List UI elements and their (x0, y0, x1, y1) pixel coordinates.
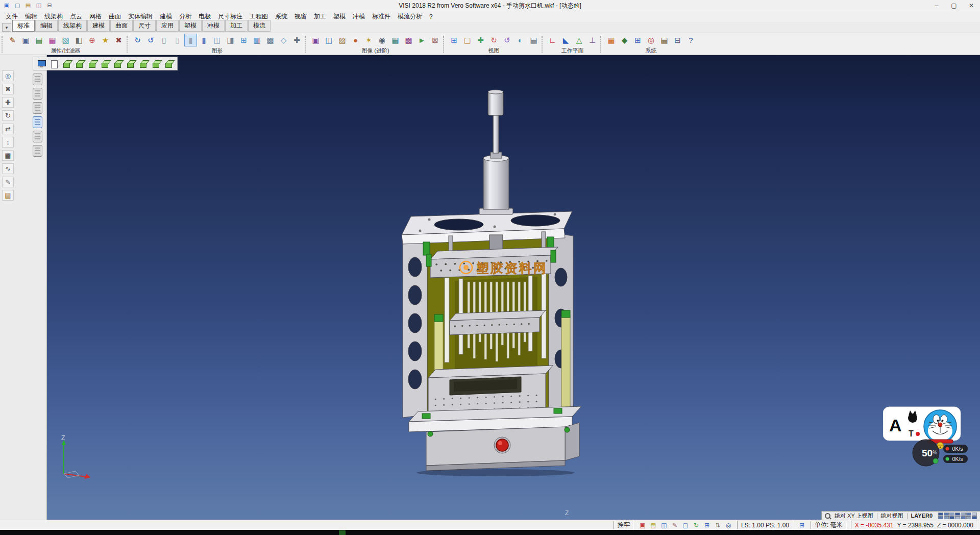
new-file-icon[interactable]: ▢ (13, 1, 22, 10)
layer-color-segment[interactable] (938, 516, 943, 519)
windows-taskbar-edge[interactable] (0, 530, 980, 535)
system-help-icon[interactable]: ? (684, 34, 697, 46)
dynamic-view-icon[interactable]: ◐ (514, 34, 527, 46)
delete-element-icon[interactable]: ✖ (2, 84, 14, 94)
tab[interactable]: 尺寸 (133, 20, 156, 32)
palette-icon[interactable]: ▤ (2, 190, 14, 201)
measure-icon[interactable]: ∿ (2, 163, 14, 174)
maximize-button[interactable]: ▢ (945, 0, 963, 11)
workplane-align-icon[interactable]: ◣ (559, 34, 572, 46)
shadow-mode-icon[interactable]: ▩ (264, 34, 277, 46)
menu-item[interactable]: 系统 (272, 11, 291, 22)
dynamic-iso-view-icon[interactable] (164, 59, 174, 69)
database-icon[interactable]: ▤ (658, 34, 671, 46)
view-lock-icon[interactable]: ◫ (659, 521, 669, 529)
calculator-icon[interactable]: ⊟ (671, 34, 684, 46)
tab[interactable]: 塑模 (179, 20, 202, 32)
type-filter-icon[interactable]: ▧ (59, 34, 72, 46)
layer-color-segment[interactable] (972, 513, 977, 516)
monitor-icon[interactable]: ▢ (681, 521, 690, 529)
speed-monitor-widget[interactable]: A T (883, 406, 970, 470)
minimize-button[interactable]: – (928, 0, 945, 11)
plane-grid-icon[interactable]: ⊞ (797, 521, 806, 529)
blank-view-icon[interactable] (49, 59, 59, 69)
screenshot-icon[interactable]: ⊠ (429, 34, 442, 46)
axonometric-view-icon[interactable] (151, 59, 161, 69)
zoom-fit-icon[interactable]: ⊞ (448, 34, 460, 46)
rotate-element-icon[interactable]: ↻ (2, 110, 14, 121)
notebook-6-icon[interactable] (33, 145, 42, 157)
grid-settings-icon[interactable]: ⊞ (631, 34, 644, 46)
snap-settings-icon[interactable]: ◎ (645, 34, 657, 46)
view-settings-icon[interactable]: ▤ (527, 34, 540, 46)
camera-icon[interactable]: ◉ (376, 34, 388, 46)
color-filter-icon[interactable]: ▦ (46, 34, 59, 46)
tab[interactable]: 冲模 (202, 20, 225, 32)
toolbar-grip[interactable] (443, 36, 445, 53)
layer-color-segment[interactable] (961, 513, 966, 516)
notebook-1-icon[interactable] (33, 74, 42, 85)
hidden-line-view-icon[interactable]: ▯ (171, 34, 184, 46)
color-palette-icon[interactable]: ▦ (605, 34, 618, 46)
magnifier-icon[interactable] (825, 513, 830, 519)
bottom-view-icon[interactable] (138, 59, 149, 69)
tab[interactable]: 应用 (156, 20, 179, 32)
app-icon[interactable]: ▣ (2, 1, 11, 10)
magnet-filter-icon[interactable]: ⊕ (86, 34, 99, 46)
menu-item[interactable]: 冲模 (349, 11, 369, 22)
shaded-view-icon[interactable]: ▮ (184, 34, 197, 46)
menu-item[interactable]: 模流分析 (394, 11, 426, 22)
iso-view-icon[interactable] (62, 59, 72, 69)
clear-filter-icon[interactable]: ✖ (112, 34, 125, 46)
layer-color-segment[interactable] (944, 516, 949, 519)
render-settings-icon[interactable]: ✚ (290, 34, 303, 46)
menu-item[interactable]: 塑模 (330, 11, 349, 22)
tab[interactable]: 线架构 (58, 20, 87, 32)
scale-element-icon[interactable]: ↕ (2, 137, 14, 148)
taskbar-app-icon[interactable] (339, 530, 346, 535)
move-element-icon[interactable]: ✚ (2, 97, 14, 108)
workplane-normal-icon[interactable]: ⊥ (586, 34, 599, 46)
layer-color-segment[interactable] (938, 513, 943, 516)
notebook-5-icon[interactable] (33, 131, 42, 142)
percent-badge[interactable]: 50 % (913, 440, 939, 466)
section-view-icon[interactable]: ◨ (224, 34, 237, 46)
lighting-icon[interactable]: ✶ (362, 34, 375, 46)
layer-color-segment[interactable] (949, 513, 954, 516)
layer-color-segment[interactable] (955, 516, 960, 519)
tab[interactable]: 标准 (12, 20, 35, 32)
selection-mask-icon[interactable]: ◧ (72, 34, 85, 46)
image-capture-icon[interactable]: ▣ (309, 34, 322, 46)
image-gallery-icon[interactable]: ◫ (323, 34, 335, 46)
layer-color-segment[interactable] (972, 516, 977, 519)
zoom-window-icon[interactable]: ▢ (461, 34, 474, 46)
notebook-2-icon[interactable] (33, 88, 42, 100)
grid-toggle-icon[interactable]: ⊞ (702, 521, 712, 529)
transparent-view-icon[interactable]: ◫ (211, 34, 224, 46)
reflection-mode-icon[interactable]: ◇ (277, 34, 290, 46)
layer-color-segment[interactable] (949, 516, 954, 519)
view-mode-label[interactable]: 绝对 XY 上视图 (835, 512, 873, 520)
layer-color-segment[interactable] (961, 516, 966, 519)
menu-item[interactable]: 标准件 (369, 11, 394, 22)
quick-select-icon[interactable]: ★ (99, 34, 112, 46)
system-settings-icon[interactable]: ◆ (618, 34, 631, 46)
lock-toggle[interactable]: 拴牢 (614, 521, 634, 529)
toolbar-grip[interactable] (127, 36, 129, 53)
front-view-icon[interactable] (75, 59, 85, 69)
open-file-icon[interactable]: ▤ (23, 1, 33, 10)
notebook-3-icon[interactable] (33, 102, 42, 114)
material-icon[interactable]: ● (349, 34, 362, 46)
rendered-view-icon[interactable]: ▮ (198, 34, 210, 46)
tab[interactable]: 模流 (248, 20, 271, 32)
element-attributes-icon[interactable]: ▣ (19, 34, 32, 46)
right-view-icon[interactable] (100, 59, 110, 69)
workplane-xy-icon[interactable]: ∟ (546, 34, 559, 46)
top-view-icon[interactable] (87, 59, 97, 69)
toolbar-grip[interactable] (2, 36, 4, 53)
layer-color-segment[interactable] (966, 516, 971, 519)
annotate-icon[interactable]: ✎ (2, 177, 14, 187)
toolbar-grip[interactable] (600, 36, 602, 53)
previous-view-icon[interactable]: ↺ (501, 34, 513, 46)
advanced-render-icon[interactable]: ▩ (402, 34, 415, 46)
